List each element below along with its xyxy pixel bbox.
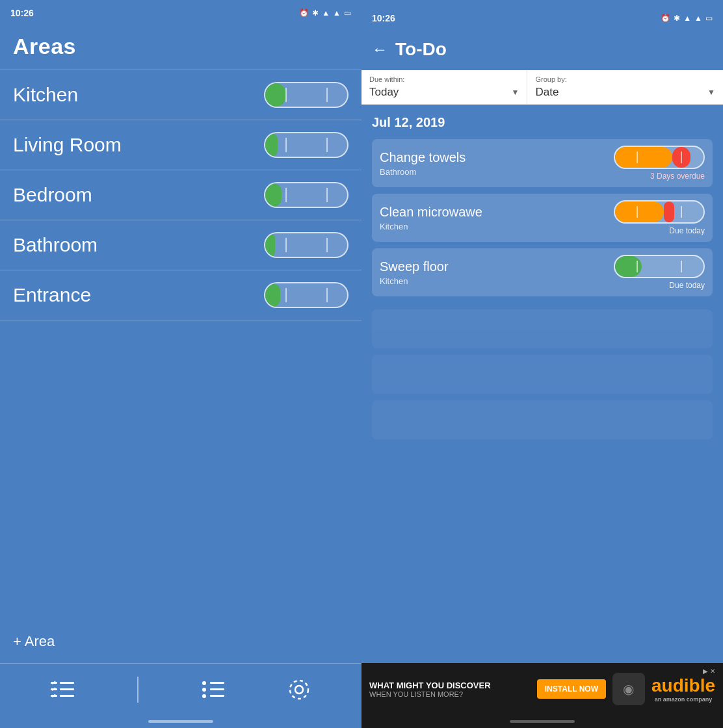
progress-pill-bedroom bbox=[264, 182, 348, 208]
due-label: 3 Days overdue bbox=[650, 172, 705, 181]
svg-rect-11 bbox=[210, 695, 224, 697]
ad-text-block: What might you discover When you listen … bbox=[369, 681, 531, 698]
pill-dividers bbox=[265, 133, 347, 157]
pill-divider bbox=[326, 288, 328, 302]
header-row: ← To-Do bbox=[372, 34, 713, 62]
home-indicator-bar bbox=[148, 720, 213, 723]
ghost-items bbox=[372, 309, 713, 439]
pill-divider bbox=[326, 188, 328, 202]
left-panel: 10:26 ⏰ ✱ ▲ ▲ ▭ Areas Kitchen Living Roo… bbox=[0, 0, 362, 728]
ad-amazon-text: an amazon company bbox=[655, 696, 713, 703]
due-within-arrow: ▼ bbox=[512, 88, 519, 97]
svg-point-10 bbox=[202, 694, 206, 698]
svg-point-6 bbox=[202, 681, 206, 685]
svg-rect-5 bbox=[60, 695, 74, 697]
back-button[interactable]: ← bbox=[372, 40, 388, 58]
bluetooth-icon: ✱ bbox=[312, 8, 319, 18]
svg-point-13 bbox=[290, 681, 308, 699]
pill-divider bbox=[637, 151, 638, 163]
signal-icon: ▲ bbox=[333, 8, 341, 18]
wifi-icon-r: ▲ bbox=[683, 14, 691, 23]
group-by-arrow: ▼ bbox=[707, 88, 715, 97]
group-by-label: Group by: bbox=[535, 75, 715, 83]
ad-logo-text: audible bbox=[651, 675, 715, 696]
progress-pill-entrance bbox=[264, 282, 348, 308]
progress-pill-livingroom bbox=[264, 132, 348, 158]
todo-content: Jul 12, 2019 Change towels Bathroom 3 Da… bbox=[362, 105, 723, 663]
settings-nav-button[interactable] bbox=[287, 678, 311, 701]
bottom-nav bbox=[0, 663, 362, 715]
area-item-entrance[interactable]: Entrance bbox=[0, 270, 362, 320]
todo-item-sweep-floor[interactable]: Sweep floor Kitchen Due today bbox=[372, 248, 713, 296]
alarm-icon: ⏰ bbox=[299, 8, 309, 18]
task-progress-pill bbox=[614, 200, 705, 224]
home-indicator-right bbox=[362, 715, 723, 728]
status-icons-left: ⏰ ✱ ▲ ▲ ▭ bbox=[299, 8, 351, 18]
area-name: Entrance bbox=[13, 284, 91, 306]
task-title: Sweep floor bbox=[380, 259, 449, 274]
svg-rect-9 bbox=[210, 688, 224, 690]
due-label: Due today bbox=[669, 281, 705, 290]
pill-divider bbox=[285, 88, 287, 102]
area-item-livingroom[interactable]: Living Room bbox=[0, 120, 362, 170]
checklist-nav-button[interactable] bbox=[51, 681, 74, 699]
group-by-value: Date bbox=[535, 86, 559, 99]
signal-icon-r: ▲ bbox=[694, 14, 702, 23]
pill-divider bbox=[285, 188, 287, 202]
time-right: 10:26 bbox=[372, 13, 395, 23]
area-item-bedroom[interactable]: Bedroom bbox=[0, 170, 362, 220]
status-bar-left: 10:26 ⏰ ✱ ▲ ▲ ▭ bbox=[0, 0, 362, 26]
area-list: Kitchen Living Room Bedroom bbox=[0, 70, 362, 620]
alarm-icon-r: ⏰ bbox=[661, 14, 670, 23]
pill-divider bbox=[681, 151, 682, 163]
area-name: Bathroom bbox=[13, 234, 98, 256]
svg-point-8 bbox=[202, 688, 206, 692]
group-by-filter[interactable]: Group by: Date ▼ bbox=[527, 70, 723, 104]
ad-logo: audible an amazon company bbox=[651, 675, 715, 703]
pill-divider bbox=[637, 206, 638, 218]
task-title: Clean microwawe bbox=[380, 205, 482, 220]
todo-item-left: Clean microwawe Kitchen bbox=[380, 205, 482, 231]
pill-divider bbox=[681, 261, 682, 272]
todo-item-clean-microwave[interactable]: Clean microwawe Kitchen Due today bbox=[372, 194, 713, 242]
list-icon bbox=[201, 681, 224, 699]
group-by-select[interactable]: Date ▼ bbox=[535, 86, 715, 99]
add-area-button[interactable]: + Area bbox=[0, 620, 362, 663]
nav-divider bbox=[137, 677, 138, 703]
area-item-bathroom[interactable]: Bathroom bbox=[0, 220, 362, 270]
ghost-item bbox=[372, 400, 713, 439]
due-within-filter[interactable]: Due within: Today ▼ bbox=[362, 70, 527, 104]
pill-dividers bbox=[615, 202, 703, 222]
home-indicator-bar-right bbox=[510, 720, 575, 723]
ghost-item bbox=[372, 355, 713, 394]
pill-divider bbox=[285, 288, 287, 302]
ad-install-button[interactable]: INSTALL NOW bbox=[537, 679, 606, 699]
todo-item-right: Due today bbox=[614, 255, 705, 290]
gear-icon bbox=[287, 678, 311, 701]
right-header: 10:26 ⏰ ✱ ▲ ▲ ▭ ← To-Do bbox=[362, 0, 723, 70]
task-progress-pill bbox=[614, 255, 705, 278]
svg-point-12 bbox=[295, 686, 303, 694]
task-subtitle: Kitchen bbox=[380, 276, 449, 286]
battery-icon: ▭ bbox=[344, 8, 351, 18]
pill-divider bbox=[326, 238, 328, 252]
area-item-kitchen[interactable]: Kitchen bbox=[0, 70, 362, 120]
bluetooth-icon-r: ✱ bbox=[674, 14, 680, 23]
due-within-label: Due within: bbox=[369, 75, 519, 83]
status-bar-right: 10:26 ⏰ ✱ ▲ ▲ ▭ bbox=[372, 5, 713, 31]
page-title-areas: Areas bbox=[0, 26, 362, 70]
todo-item-left: Change towels Bathroom bbox=[380, 150, 466, 177]
right-panel: 10:26 ⏰ ✱ ▲ ▲ ▭ ← To-Do Due within: Toda… bbox=[362, 0, 723, 728]
svg-rect-3 bbox=[60, 688, 74, 690]
due-within-select[interactable]: Today ▼ bbox=[369, 86, 519, 99]
ad-app-icon: ◉ bbox=[612, 673, 645, 705]
pill-dividers bbox=[265, 283, 347, 307]
pill-divider bbox=[681, 206, 682, 218]
list-nav-button[interactable] bbox=[201, 681, 224, 699]
status-icons-right: ⏰ ✱ ▲ ▲ ▭ bbox=[661, 14, 713, 23]
ad-banner[interactable]: ▶ ✕ What might you discover When you lis… bbox=[362, 663, 723, 715]
home-indicator-left bbox=[0, 715, 362, 728]
ad-badge: ▶ ✕ bbox=[703, 668, 715, 675]
todo-item-change-towels[interactable]: Change towels Bathroom 3 Days overdue bbox=[372, 139, 713, 187]
checklist-icon bbox=[51, 681, 74, 699]
